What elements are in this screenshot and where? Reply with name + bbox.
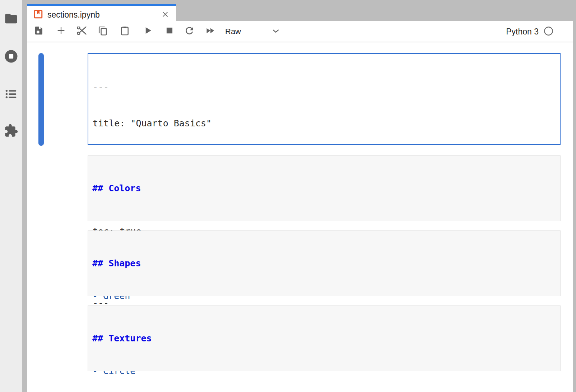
restart-icon [184, 25, 195, 38]
blank-line [92, 218, 556, 230]
raw-cell-editor[interactable]: --- title: "Quarto Basics" author: "Nora… [88, 53, 561, 145]
table-of-contents-button[interactable] [3, 86, 19, 102]
blank-line [92, 293, 556, 305]
extension-manager-button[interactable] [3, 123, 19, 139]
code-line: title: "Quarto Basics" [93, 117, 556, 129]
tab-sections-ipynb[interactable]: sections.ipynb [27, 4, 176, 27]
main-panel: sections.ipynb [27, 0, 576, 392]
markdown-cell-colors[interactable]: ## Colors - Red - Green - Blue [88, 155, 561, 221]
scrollbar-gutter[interactable] [573, 21, 576, 392]
blank-line [92, 368, 556, 380]
sidebar-divider [22, 0, 27, 392]
tab-close-button[interactable] [161, 10, 170, 20]
copy-icon [97, 25, 108, 38]
jupyterlab-window: sections.ipynb [0, 0, 576, 392]
md-heading: ## Shapes [92, 257, 556, 269]
run-cell-button[interactable] [141, 25, 154, 38]
restart-kernel-button[interactable] [183, 25, 196, 38]
cell-type-value: Raw [223, 27, 241, 36]
kernel-name: Python 3 [506, 27, 539, 37]
kernel-indicator[interactable]: Python 3 [506, 26, 553, 37]
markdown-cell-textures[interactable]: ## Textures - Smooth - Bumpy - Fuzzy [88, 305, 561, 371]
stop-circle-icon [4, 49, 19, 64]
cell-type-select[interactable]: Raw [223, 26, 280, 37]
cut-cells-button[interactable] [75, 25, 88, 38]
fast-forward-icon [204, 25, 215, 38]
notebook-icon [33, 9, 43, 20]
scissors-icon [76, 25, 88, 38]
paste-cells-button[interactable] [118, 25, 131, 38]
file-browser-button[interactable] [3, 11, 19, 27]
play-icon [143, 25, 153, 37]
tab-bar: sections.ipynb [27, 0, 576, 21]
markdown-cell-shapes[interactable]: ## Shapes - Square - Circle - Triangle [88, 230, 561, 296]
close-icon [161, 10, 169, 20]
plus-icon [56, 25, 66, 37]
chevron-down-icon [271, 26, 280, 37]
restart-run-all-button[interactable] [203, 25, 216, 38]
left-activity-bar [0, 0, 22, 392]
clipboard-icon [119, 25, 130, 38]
stop-icon [164, 25, 175, 37]
md-heading: ## Colors [92, 182, 556, 194]
code-line: --- [93, 81, 556, 93]
save-icon [33, 25, 44, 37]
running-sessions-button[interactable] [3, 48, 19, 64]
copy-cells-button[interactable] [96, 25, 109, 38]
interrupt-kernel-button[interactable] [163, 25, 176, 38]
kernel-status-icon [544, 26, 553, 37]
md-heading: ## Textures [92, 332, 556, 344]
save-button[interactable] [32, 25, 45, 38]
tab-title: sections.ipynb [47, 10, 100, 20]
folder-icon [4, 11, 18, 26]
insert-cell-button[interactable] [55, 25, 68, 38]
list-icon [4, 87, 18, 101]
puzzle-icon [4, 123, 18, 138]
cell-collapser[interactable] [38, 53, 44, 146]
